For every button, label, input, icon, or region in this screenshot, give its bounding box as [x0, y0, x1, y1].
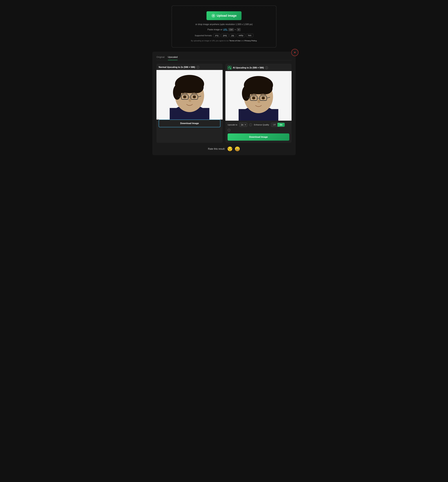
normal-image-display [156, 70, 223, 120]
normal-download-button[interactable]: Download Image [159, 120, 220, 127]
svg-point-7 [190, 82, 204, 93]
format-jpg: jpg [230, 34, 236, 37]
privacy-link[interactable]: Privacy Policy. [245, 40, 257, 42]
normal-panel-title: Normal Upscaling to 2x (586 × 586) [159, 66, 195, 69]
toggle-on-option[interactable]: On [278, 123, 285, 127]
svg-rect-18 [230, 66, 231, 68]
svg-rect-19 [228, 68, 229, 70]
terms-link[interactable]: Terms of Use [229, 40, 240, 42]
images-grid: Normal Upscaling to 2x (586 × 586) i [156, 64, 292, 143]
paste-text: Paste image or [208, 28, 222, 31]
format-png: png [213, 34, 220, 37]
close-button[interactable]: × [291, 49, 298, 56]
ai-upscale-panel: AI Upscaling to 2x (586 × 586) i [225, 64, 292, 143]
svg-point-14 [183, 96, 186, 98]
ctrl-key: Ctrl [228, 28, 234, 31]
format-webp: webp [237, 34, 245, 37]
tabs-row: Original Upscaled [156, 56, 292, 60]
ai-image-display [225, 71, 292, 121]
svg-point-37 [262, 97, 265, 99]
normal-photo-frame [156, 70, 223, 120]
ai-panel-title: AI Upscaling to 2x (586 × 586) [233, 67, 264, 69]
upload-button[interactable]: + Upload Image [207, 11, 241, 20]
drop-text: or drop image anywhere (upto resolution … [176, 23, 272, 26]
svg-point-8 [173, 85, 181, 100]
upload-dropzone[interactable]: + Upload Image or drop image anywhere (u… [172, 6, 276, 47]
ai-upscale-icon [228, 66, 232, 70]
formats-label: Supported formats: [195, 34, 212, 37]
format-heic: heic [246, 34, 253, 37]
enhance-toggle[interactable]: Off On [271, 123, 285, 127]
ai-photo-frame [225, 71, 292, 121]
rating-row: Rate this result: 😒 😀 [156, 147, 292, 151]
toggle-off-option[interactable]: Off [271, 123, 278, 127]
format-jpeg: jpeg [221, 34, 228, 37]
ai-info-icon[interactable]: i [265, 66, 268, 69]
normal-info-icon[interactable]: i [197, 66, 199, 69]
svg-rect-17 [228, 66, 229, 68]
formats-row: Supported formats: png jpeg jpg webp hei… [176, 34, 272, 37]
enhance-quality-label: Enhance Quality [254, 124, 269, 126]
paste-row: Paste image or URL Ctrl + V [176, 28, 272, 31]
svg-point-30 [242, 86, 250, 101]
ai-photo-svg [225, 71, 292, 121]
plus-icon: + [211, 14, 215, 18]
upscale-select-wrapper[interactable]: 2x 4x 8x ▼ [239, 123, 247, 127]
thumbs-down-button[interactable]: 😒 [227, 147, 233, 151]
normal-upscale-panel: Normal Upscaling to 2x (586 × 586) i [156, 64, 223, 143]
rating-label: Rate this result: [208, 148, 225, 150]
thumbs-up-button[interactable]: 😀 [235, 147, 240, 151]
upscale-info-icon[interactable]: i [249, 123, 252, 126]
ai-panel-header: AI Upscaling to 2x (586 × 586) i [225, 64, 292, 71]
svg-point-15 [193, 96, 196, 98]
normal-panel-header: Normal Upscaling to 2x (586 × 586) i [156, 64, 223, 70]
svg-point-29 [259, 83, 272, 94]
ai-controls-row: Upscale to 2x 4x 8x ▼ i Enhance Quality … [225, 121, 292, 133]
v-key: V [237, 28, 240, 31]
svg-point-36 [252, 97, 255, 99]
tab-original[interactable]: Original [156, 56, 165, 60]
plus-separator: + [235, 28, 236, 31]
normal-photo-svg [156, 70, 223, 120]
terms-text: By uploading an image or URL you agree t… [176, 40, 272, 42]
url-link[interactable]: URL [223, 28, 228, 31]
ai-download-button[interactable]: Download Image [228, 133, 289, 141]
tab-upscaled[interactable]: Upscaled [168, 56, 178, 60]
upscale-select[interactable]: 2x 4x 8x [239, 123, 247, 127]
upscale-to-label: Upscale to [228, 124, 237, 126]
enhance-info-icon[interactable]: i [228, 129, 230, 132]
results-container: × Original Upscaled Normal Upscaling to … [152, 52, 296, 155]
